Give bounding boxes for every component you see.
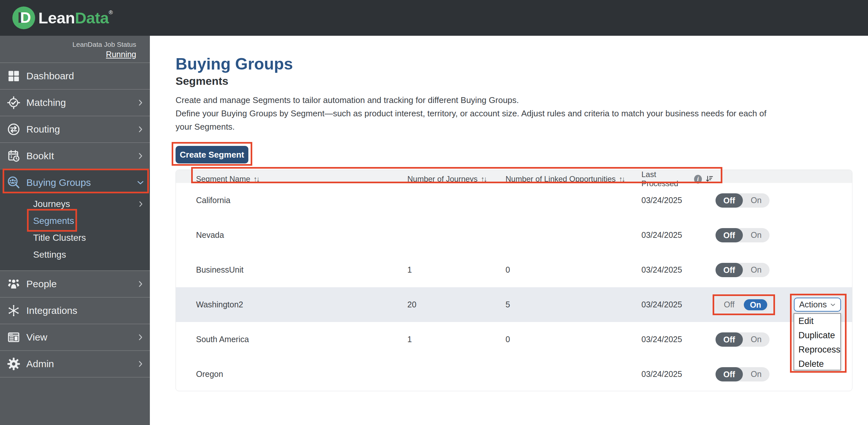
segments-table: Segment Name↑↓ Number of Journeys↑↓ Numb… (176, 170, 852, 391)
opportunities-cell: 0 (504, 265, 640, 274)
sidebar-item-label: Dashboard (26, 70, 74, 81)
top-bar: L D LeanData® (0, 0, 868, 36)
actions-dropdown-button[interactable]: Actions (794, 298, 841, 312)
create-segment-button[interactable]: Create Segment (176, 146, 248, 163)
toggle-off-label[interactable]: Off (716, 228, 743, 242)
table-row: BusinessUnit 1 0 03/24/2025 OffOn (176, 253, 852, 287)
segment-toggle[interactable]: OffOn (716, 193, 770, 208)
menu-item-delete[interactable]: Delete (794, 357, 840, 371)
journeys-cell: 1 (406, 335, 504, 344)
job-status: LeanData Job Status Running (0, 36, 150, 62)
toggle-on-label[interactable]: On (744, 299, 767, 310)
toggle-on-label[interactable]: On (743, 369, 770, 379)
job-status-label: LeanData Job Status (0, 40, 136, 49)
bookit-icon: 1 (6, 149, 21, 163)
sidebar-item-bookit[interactable]: 1 BookIt (0, 142, 150, 169)
chevron-right-icon (136, 360, 145, 368)
table-row: South America 1 0 03/24/2025 OffOn (176, 322, 852, 357)
sidebar-subitem-label: Segments (33, 216, 74, 226)
sidebar-subitem-settings[interactable]: Settings (0, 246, 150, 263)
segment-toggle[interactable]: OffOn (716, 367, 770, 382)
table-header-row: Segment Name↑↓ Number of Journeys↑↓ Numb… (176, 170, 852, 183)
matching-icon (6, 95, 21, 110)
sort-icon[interactable]: ↑↓ (254, 175, 259, 183)
segment-name-cell: Oregon (176, 369, 406, 379)
chevron-down-icon (136, 178, 145, 187)
segment-toggle[interactable]: OffOn (716, 228, 770, 242)
sidebar-item-routing[interactable]: Routing (0, 116, 150, 142)
sidebar-item-label: Routing (26, 124, 60, 135)
toggle-off-label[interactable]: Off (716, 332, 743, 347)
sidebar-item-matching[interactable]: Matching (0, 89, 150, 116)
toggle-off-label[interactable]: Off (716, 263, 743, 277)
sidebar-item-dashboard[interactable]: Dashboard (0, 62, 150, 89)
column-header-label: Number of Linked Opportunities (505, 174, 616, 183)
last-processed-cell: 03/24/2025 (640, 230, 714, 240)
menu-item-reprocess[interactable]: Reprocess (794, 342, 840, 357)
sort-icon[interactable]: ↑↓ (481, 175, 486, 183)
page-subtitle: Segments (176, 75, 228, 88)
sidebar-subitem-title-clusters[interactable]: Title Clusters (0, 229, 150, 246)
toggle-on-label[interactable]: On (743, 196, 770, 205)
sidebar-item-integrations[interactable]: Integrations (0, 297, 150, 324)
routing-icon (6, 122, 21, 137)
menu-item-edit[interactable]: Edit (794, 314, 840, 328)
description-line: Create and manage Segments to tailor aut… (176, 94, 845, 107)
sidebar-item-view[interactable]: View (0, 324, 150, 350)
sidebar-item-admin[interactable]: Admin (0, 350, 150, 377)
sidebar-divider (0, 377, 150, 378)
opportunities-cell: 5 (504, 300, 640, 309)
segment-toggle[interactable]: OffOn (716, 332, 770, 347)
chevron-right-icon (136, 152, 145, 160)
sidebar-item-people[interactable]: People (0, 270, 150, 297)
segment-toggle-on[interactable]: OffOn (716, 298, 770, 312)
segment-name-cell: BusinessUnit (176, 265, 406, 274)
leandata-logo-icon: L D (12, 6, 35, 29)
toggle-off-label[interactable]: Off (716, 367, 743, 382)
column-header-segment-name[interactable]: Segment Name↑↓ (176, 174, 406, 184)
chevron-right-icon (137, 200, 145, 208)
svg-text:1: 1 (10, 155, 12, 159)
segment-name-cell: California (176, 196, 406, 205)
sidebar-item-label: People (26, 279, 57, 290)
buying-groups-submenu: Journeys Segments Title Clusters Setting… (0, 196, 150, 270)
leandata-logo: L D LeanData® (12, 6, 113, 29)
registered-mark: ® (109, 9, 113, 15)
sidebar-subitem-label: Settings (33, 250, 66, 260)
sidebar-item-label: Matching (26, 97, 66, 108)
sort-descending-icon[interactable] (705, 175, 714, 183)
sidebar: LeanData Job Status Running Dashboard Ma… (0, 36, 150, 425)
journeys-cell: 20 (406, 300, 504, 309)
toggle-on-label[interactable]: On (743, 335, 770, 344)
last-processed-cell: 03/24/2025 (640, 265, 714, 274)
description-line: Define your Buying Groups by Segment—suc… (176, 107, 845, 120)
sort-icon[interactable]: ↑↓ (619, 175, 624, 183)
sidebar-subitem-segments[interactable]: Segments (0, 212, 150, 229)
sidebar-item-buying-groups[interactable]: Buying Groups (0, 169, 150, 196)
column-header-journeys[interactable]: Number of Journeys↑↓ (406, 174, 504, 184)
column-header-opportunities[interactable]: Number of Linked Opportunities↑↓ (504, 174, 640, 184)
toggle-on-label[interactable]: On (743, 230, 770, 240)
logo-letter-d: D (20, 9, 31, 26)
toggle-on-label[interactable]: On (743, 265, 770, 274)
logo-word-data: Data (75, 9, 108, 27)
sidebar-item-label: Integrations (26, 305, 78, 316)
menu-item-duplicate[interactable]: Duplicate (794, 328, 840, 342)
logo-wordmark: LeanData® (38, 9, 113, 27)
logo-word-lean: Lean (38, 9, 75, 27)
chevron-right-icon (136, 280, 145, 288)
sidebar-subitem-journeys[interactable]: Journeys (0, 196, 150, 212)
last-processed-cell: 03/24/2025 (640, 300, 714, 309)
segment-toggle[interactable]: OffOn (716, 263, 770, 277)
column-header-last-processed[interactable]: Last Processed i (640, 170, 714, 188)
info-icon[interactable]: i (694, 175, 702, 184)
page-title: Buying Groups (176, 55, 293, 73)
sidebar-item-label: Admin (26, 358, 54, 369)
chevron-right-icon (136, 125, 145, 134)
table-row: California 03/24/2025 OffOn (176, 183, 852, 218)
toggle-off-label[interactable]: Off (716, 193, 743, 208)
actions-button-label: Actions (799, 300, 827, 309)
table-row-selected: Washington2 20 5 03/24/2025 OffOn Action… (176, 287, 852, 322)
toggle-off-label[interactable]: Off (716, 300, 743, 309)
job-status-running-link[interactable]: Running (106, 50, 136, 59)
